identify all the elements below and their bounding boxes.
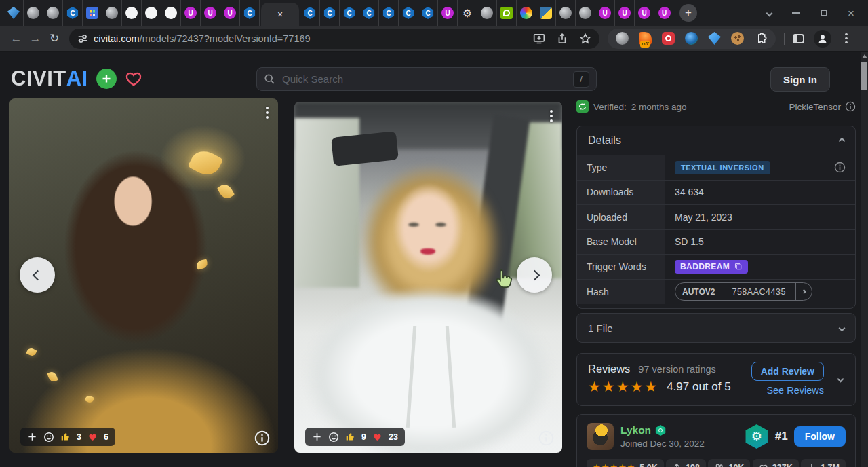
- thumbs-up-icon[interactable]: [345, 432, 355, 442]
- pinned-tab-gem[interactable]: [4, 0, 24, 26]
- creator-name[interactable]: Lykon: [620, 424, 651, 436]
- thumbs-up-icon[interactable]: [60, 432, 71, 442]
- pinned-tab-globe[interactable]: [477, 0, 497, 26]
- details-header[interactable]: Details: [577, 126, 855, 155]
- pinned-tab-civitai[interactable]: C: [63, 0, 83, 26]
- previous-image-button[interactable]: [20, 257, 55, 293]
- pinned-tab-civitai[interactable]: C: [320, 0, 340, 26]
- civitai-logo[interactable]: CIVITAI: [11, 66, 88, 91]
- site-info-icon[interactable]: [77, 33, 88, 44]
- verified-time-link[interactable]: 2 months ago: [631, 102, 687, 112]
- close-window-icon[interactable]: ×: [848, 7, 854, 19]
- extensions-puzzle-icon[interactable]: [754, 32, 768, 45]
- next-image-button[interactable]: [517, 257, 552, 293]
- back-button[interactable]: ←: [7, 33, 26, 44]
- pinned-tab-civitai[interactable]: C: [340, 0, 359, 26]
- pinned-tab-u[interactable]: U: [615, 0, 635, 26]
- active-tab[interactable]: ×: [261, 3, 299, 26]
- pinned-tab-civitai[interactable]: C: [399, 0, 418, 26]
- pinned-tab-civitai[interactable]: C: [418, 0, 438, 26]
- copy-icon[interactable]: [734, 262, 743, 271]
- type-info-icon[interactable]: [834, 162, 846, 173]
- pinned-tab-globe[interactable]: [556, 0, 576, 26]
- pinned-tab-civitai[interactable]: C: [359, 0, 379, 26]
- bookmark-star-icon[interactable]: [579, 33, 591, 45]
- gallery-image-2[interactable]: 9 23: [294, 102, 562, 453]
- cookie-extension-icon[interactable]: [731, 32, 744, 45]
- pinned-tab-github[interactable]: [122, 0, 142, 26]
- pinned-tab-python[interactable]: [536, 0, 556, 26]
- reaction-bar[interactable]: 9 23: [305, 428, 405, 446]
- pinned-tab-github[interactable]: [142, 0, 161, 26]
- forward-button[interactable]: →: [26, 33, 45, 44]
- pinned-tab-u[interactable]: U: [181, 0, 201, 26]
- u-favicon: U: [441, 7, 454, 19]
- reload-button[interactable]: ↻: [45, 33, 64, 44]
- pinned-tab-globe[interactable]: [102, 0, 122, 26]
- image-menu-icon[interactable]: [547, 107, 555, 125]
- add-reaction-icon[interactable]: [27, 432, 37, 442]
- hash-expand-button[interactable]: [795, 283, 812, 300]
- address-bar[interactable]: civitai.com/models/72437?modelVersionId=…: [69, 29, 599, 49]
- share-icon[interactable]: [556, 33, 568, 45]
- gem-extension-icon[interactable]: [708, 32, 721, 45]
- scroll-up-arrow[interactable]: [862, 54, 867, 58]
- pinned-tab-nvidia[interactable]: [497, 0, 517, 26]
- pinned-tab-u[interactable]: U: [654, 0, 674, 26]
- page-scrollbar[interactable]: [861, 52, 868, 467]
- world-extension-icon[interactable]: [685, 32, 698, 45]
- close-tab-icon[interactable]: ×: [277, 10, 283, 19]
- pinned-tab-globe[interactable]: [24, 0, 43, 26]
- files-accordion[interactable]: 1 File: [576, 313, 856, 343]
- creator-avatar[interactable]: [587, 423, 614, 450]
- pinned-tab-grid[interactable]: [83, 0, 102, 26]
- smiley-icon[interactable]: [43, 432, 54, 443]
- pinned-tab-github[interactable]: [161, 0, 181, 26]
- restore-icon[interactable]: [821, 10, 827, 16]
- pinned-tab-civitai[interactable]: C: [240, 0, 260, 26]
- reaction-bar[interactable]: 3 6: [20, 428, 115, 446]
- pinned-tab-u[interactable]: U: [438, 0, 458, 26]
- window-menu-icon[interactable]: [766, 10, 773, 16]
- format-info-icon[interactable]: [845, 101, 856, 112]
- support-heart-icon[interactable]: [125, 70, 142, 88]
- new-tab-button[interactable]: +: [679, 4, 697, 22]
- image-menu-icon[interactable]: [263, 104, 271, 122]
- pinned-tab-civitai[interactable]: C: [379, 0, 399, 26]
- create-button[interactable]: [96, 69, 117, 89]
- pinned-tab-u[interactable]: U: [201, 0, 220, 26]
- pinned-tab-u[interactable]: U: [595, 0, 615, 26]
- url-text[interactable]: civitai.com/models/72437?modelVersionId=…: [94, 33, 311, 44]
- pinned-tab-civitai[interactable]: C: [300, 0, 320, 26]
- search-input[interactable]: [281, 73, 573, 86]
- pinned-tab-gear[interactable]: ⚙: [458, 0, 477, 26]
- heart-icon[interactable]: [372, 432, 382, 442]
- image-info-icon[interactable]: [538, 430, 554, 446]
- smiley-icon[interactable]: [328, 432, 339, 443]
- side-panel-icon[interactable]: [793, 34, 804, 43]
- profile-avatar[interactable]: [814, 30, 831, 48]
- campfire-extension-icon[interactable]: off: [639, 32, 652, 45]
- follow-button[interactable]: Follow: [794, 426, 846, 447]
- pinned-tab-globe[interactable]: [43, 0, 63, 26]
- pinned-tab-u[interactable]: U: [220, 0, 240, 26]
- sign-in-button[interactable]: Sign In: [770, 67, 830, 92]
- hash-control[interactable]: AUTOV2 758AAC4435: [675, 282, 812, 301]
- see-reviews-link[interactable]: See Reviews: [766, 385, 824, 396]
- trigger-word-badge[interactable]: BADDREAM: [675, 260, 748, 274]
- pinned-tab-u[interactable]: U: [635, 0, 654, 26]
- pinned-tab-globe[interactable]: [576, 0, 595, 26]
- pinned-tab-pinwheel[interactable]: [517, 0, 536, 26]
- search-box[interactable]: /: [256, 67, 597, 91]
- image-info-icon[interactable]: [254, 430, 270, 446]
- add-review-button[interactable]: Add Review: [751, 362, 824, 381]
- minimize-icon[interactable]: [792, 12, 800, 14]
- install-icon[interactable]: [533, 33, 545, 45]
- heart-icon[interactable]: [87, 432, 98, 442]
- type-badge[interactable]: TEXTUAL INVERSION: [675, 161, 770, 174]
- red-ring-extension-icon[interactable]: [662, 32, 675, 45]
- browser-menu-icon[interactable]: [842, 33, 850, 44]
- scrollbar-thumb[interactable]: [861, 62, 867, 90]
- add-reaction-icon[interactable]: [312, 432, 322, 442]
- globe-extension-icon[interactable]: [616, 32, 629, 45]
